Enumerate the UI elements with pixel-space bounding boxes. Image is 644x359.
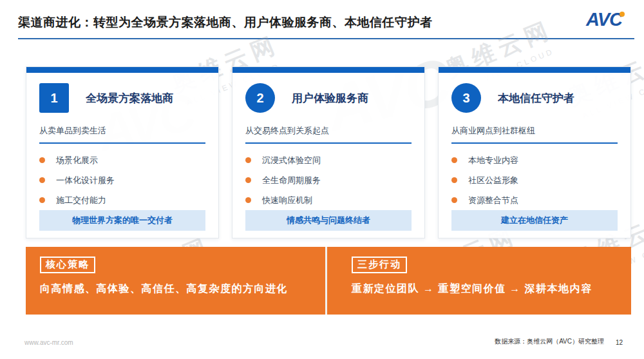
- bullet-label: 场景化展示: [56, 155, 98, 166]
- bullet-dot-icon: [39, 177, 45, 183]
- avc-logo-text: AVC: [586, 9, 622, 30]
- card-number-badge: 1: [39, 83, 69, 113]
- page-title: 渠道商进化：转型为全场景方案落地商、用户体验服务商、本地信任守护者: [18, 14, 433, 31]
- card-highlight-banner: 情感共鸣与问题终结者: [245, 210, 412, 231]
- strategy-band: 核心策略 向高情感、高体验、高信任、高复杂度的方向进化 三步行动 重新定位团队 …: [26, 247, 631, 315]
- card-subtitle: 从卖单品到卖生活: [39, 125, 205, 137]
- list-item: 资源整合节点: [451, 190, 618, 210]
- bullet-label: 全生命周期服务: [262, 175, 321, 186]
- bullet-label: 一体化设计服务: [56, 175, 115, 186]
- slide-page: 奥维云网 ALL VIEW CLOUD 奥维云网 ALL VIEW CLOUD …: [0, 0, 644, 359]
- card-top-accent-bar: [439, 67, 630, 73]
- card-subtitle: 从交易终点到关系起点: [245, 125, 412, 137]
- list-item: 本地专业内容: [451, 150, 618, 170]
- card-number-badge: 3: [451, 83, 481, 113]
- core-strategy-text: 向高情感、高体验、高信任、高复杂度的方向进化: [40, 282, 325, 296]
- card-local-trust-guardian: 3 本地信任守护者 从商业网点到社群枢纽 本地专业内容 社区公益形象: [438, 66, 631, 238]
- bullet-dot-icon: [245, 157, 251, 163]
- three-step-action-text: 重新定位团队 → 重塑空间价值 → 深耕本地内容: [352, 282, 631, 296]
- bullet-dot-icon: [451, 197, 457, 203]
- list-item: 沉浸式体验空间: [245, 150, 412, 170]
- bullet-dot-icon: [39, 157, 45, 163]
- bullet-dot-icon: [245, 197, 251, 203]
- list-item: 场景化展示: [39, 150, 205, 170]
- cards-row: 1 全场景方案落地商 从卖单品到卖生活 场景化展示 一体化设计服务: [26, 66, 631, 238]
- card-top-accent-bar: [232, 67, 424, 73]
- card-highlight-banner: 建立在地信任资产: [451, 210, 618, 231]
- bullet-label: 快速响应机制: [262, 195, 312, 206]
- list-item: 全生命周期服务: [245, 170, 412, 190]
- core-strategy-chip: 核心策略: [40, 257, 95, 273]
- card-divider: [451, 142, 618, 144]
- bullet-dot-icon: [39, 197, 45, 203]
- three-step-action-chip: 三步行动: [352, 257, 407, 273]
- bullet-dot-icon: [451, 157, 457, 163]
- card-highlight-banner: 物理世界方案的唯一交付者: [39, 210, 205, 231]
- card-divider: [245, 142, 412, 144]
- card-subtitle: 从商业网点到社群枢纽: [451, 125, 618, 137]
- bullet-label: 资源整合节点: [468, 195, 518, 206]
- footer-website: www.avc-mr.com: [24, 339, 73, 346]
- bullet-dot-icon: [451, 177, 457, 183]
- card-top-accent-bar: [26, 67, 218, 73]
- footer-data-source: 数据来源：奥维云网（AVC）研究整理: [495, 337, 604, 346]
- footer-page-number: 12: [616, 339, 623, 346]
- bullet-label: 社区公益形象: [468, 175, 518, 186]
- card-divider: [39, 142, 205, 144]
- card-number-badge: 2: [245, 83, 275, 113]
- card-title: 用户体验服务商: [292, 91, 368, 106]
- core-strategy-panel: 核心策略 向高情感、高体验、高信任、高复杂度的方向进化: [26, 247, 325, 315]
- bullet-label: 施工交付能力: [56, 195, 106, 206]
- bullet-label: 本地专业内容: [468, 155, 518, 166]
- three-step-action-panel: 三步行动 重新定位团队 → 重塑空间价值 → 深耕本地内容: [327, 247, 631, 315]
- avc-logo-dot-icon: [620, 12, 625, 17]
- header-divider: [18, 38, 634, 39]
- card-title: 本地信任守护者: [498, 91, 574, 106]
- list-item: 社区公益形象: [451, 170, 618, 190]
- card-title: 全场景方案落地商: [86, 91, 173, 106]
- card-user-experience-provider: 2 用户体验服务商 从交易终点到关系起点 沉浸式体验空间 全生命周期服务: [232, 66, 425, 238]
- list-item: 快速响应机制: [245, 190, 412, 210]
- avc-logo: AVC: [586, 9, 622, 30]
- list-item: 施工交付能力: [39, 190, 205, 210]
- list-item: 一体化设计服务: [39, 170, 205, 190]
- bullet-dot-icon: [245, 177, 251, 183]
- bullet-label: 沉浸式体验空间: [262, 155, 321, 166]
- card-scene-solution-provider: 1 全场景方案落地商 从卖单品到卖生活 场景化展示 一体化设计服务: [26, 66, 219, 238]
